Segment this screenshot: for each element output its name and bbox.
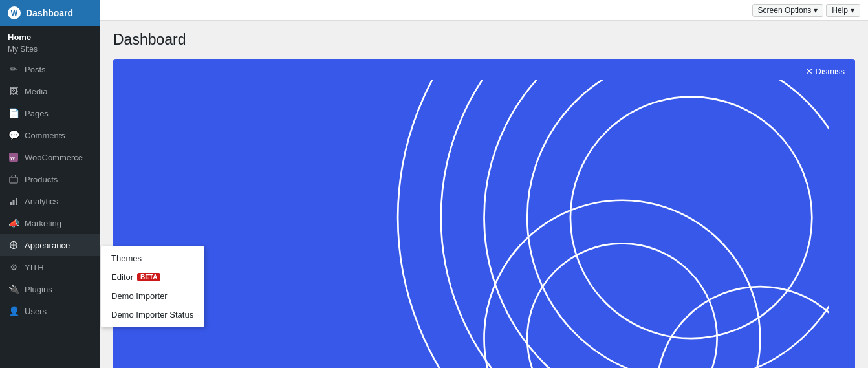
svg-point-11: [398, 80, 829, 368]
marketing-icon: 📣: [8, 217, 19, 229]
users-icon: 👤: [8, 305, 19, 317]
pages-icon: 📄: [8, 107, 19, 119]
submenu-item-label: Demo Importer: [111, 291, 168, 301]
sidebar-item-label: Media: [25, 87, 47, 96]
sidebar-item-label: Posts: [25, 65, 46, 74]
sidebar-item-pages[interactable]: 📄 Pages: [0, 102, 100, 124]
submenu-item-editor[interactable]: Editor beta: [101, 268, 204, 287]
svg-point-13: [527, 243, 717, 368]
sidebar-item-users[interactable]: 👤 Users: [0, 300, 100, 322]
sidebar-item-label: Appearance: [25, 241, 70, 250]
svg-rect-3: [10, 202, 12, 205]
woocommerce-icon: w: [8, 151, 19, 163]
plugins-icon: 🔌: [8, 283, 19, 295]
sidebar-item-label: Comments: [25, 131, 65, 140]
screen-options-button[interactable]: Screen Options ▾: [752, 4, 824, 17]
svg-point-9: [570, 97, 812, 338]
sidebar-item-plugins[interactable]: 🔌 Plugins: [0, 278, 100, 300]
top-bar: Screen Options ▾ Help ▾: [100, 0, 868, 21]
sidebar-item-products[interactable]: Products: [0, 168, 100, 190]
analytics-icon: [8, 195, 19, 207]
products-icon: [8, 173, 19, 185]
sidebar-item-appearance[interactable]: Appearance: [0, 234, 100, 256]
sidebar-item-label: Marketing: [25, 219, 61, 228]
sidebar-item-woocommerce[interactable]: w WooCommerce: [0, 146, 100, 168]
sidebar: W Dashboard Home My Sites ✏ Posts 🖼 Medi…: [0, 0, 100, 368]
svg-rect-4: [13, 200, 15, 205]
sidebar-nav: ✏ Posts 🖼 Media 📄 Pages 💬 Comments w Woo…: [0, 58, 100, 368]
sidebar-item-comments[interactable]: 💬 Comments: [0, 124, 100, 146]
sidebar-item-label: Users: [25, 307, 47, 316]
svg-point-8: [527, 80, 829, 368]
yith-icon: ⚙: [8, 261, 19, 273]
screen-options-chevron-icon: ▾: [814, 6, 818, 15]
sidebar-header-title: Dashboard: [26, 8, 73, 18]
sidebar-home-section: Home My Sites: [0, 26, 100, 58]
sidebar-item-media[interactable]: 🖼 Media: [0, 80, 100, 102]
screen-options-label: Screen Options: [758, 6, 812, 15]
appearance-icon: [8, 239, 19, 251]
svg-point-7: [484, 80, 830, 368]
sidebar-item-label: YITH: [25, 263, 44, 272]
submenu-item-label: Editor: [111, 272, 133, 282]
sidebar-item-marketing[interactable]: 📣 Marketing: [0, 212, 100, 234]
dismiss-label: Dismiss: [816, 67, 845, 76]
sidebar-item-posts[interactable]: ✏ Posts: [0, 58, 100, 80]
comments-icon: 💬: [8, 129, 19, 141]
top-bar-buttons: Screen Options ▾ Help ▾: [752, 4, 860, 17]
welcome-banner-bg: [139, 80, 829, 368]
svg-text:w: w: [10, 155, 16, 161]
content-area: Dashboard ✕ Dismiss Welcome to WordPress…: [100, 21, 868, 368]
submenu-item-demo-importer-status[interactable]: Demo Importer Status: [101, 305, 204, 324]
sidebar-item-label: Plugins: [25, 285, 52, 294]
sidebar-item-label: Analytics: [25, 197, 58, 206]
submenu-item-demo-importer[interactable]: Demo Importer: [101, 287, 204, 305]
svg-rect-2: [10, 177, 17, 183]
sidebar-home-link[interactable]: Home: [8, 32, 92, 42]
appearance-submenu: Themes Editor beta Demo Importer Demo Im…: [100, 246, 204, 327]
help-label: Help: [832, 6, 848, 15]
sidebar-header[interactable]: W Dashboard: [0, 0, 100, 26]
sidebar-item-analytics[interactable]: Analytics: [0, 190, 100, 212]
submenu-item-label: Demo Importer Status: [111, 310, 193, 319]
help-button[interactable]: Help ▾: [826, 4, 860, 17]
main-content: Screen Options ▾ Help ▾ Dashboard: [100, 0, 868, 368]
dismiss-button[interactable]: ✕ Dismiss: [806, 67, 845, 76]
wordpress-logo: W: [8, 6, 21, 19]
help-chevron-icon: ▾: [851, 6, 854, 15]
sidebar-item-yith[interactable]: ⚙ YITH: [0, 256, 100, 278]
beta-badge: beta: [137, 273, 160, 281]
sidebar-item-label: WooCommerce: [25, 153, 83, 162]
svg-rect-5: [16, 198, 17, 205]
sidebar-item-label: Products: [25, 175, 58, 184]
submenu-item-label: Themes: [111, 254, 142, 263]
welcome-banner: ✕ Dismiss Welcome to WordPress! Learn mo…: [113, 59, 855, 368]
submenu-item-themes[interactable]: Themes: [101, 249, 204, 268]
dismiss-x-icon: ✕: [806, 67, 813, 76]
sidebar-mysites-link[interactable]: My Sites: [8, 45, 92, 54]
media-icon: 🖼: [8, 85, 19, 97]
page-title: Dashboard: [113, 31, 855, 49]
posts-icon: ✏: [8, 63, 19, 75]
sidebar-item-label: Pages: [25, 109, 49, 118]
